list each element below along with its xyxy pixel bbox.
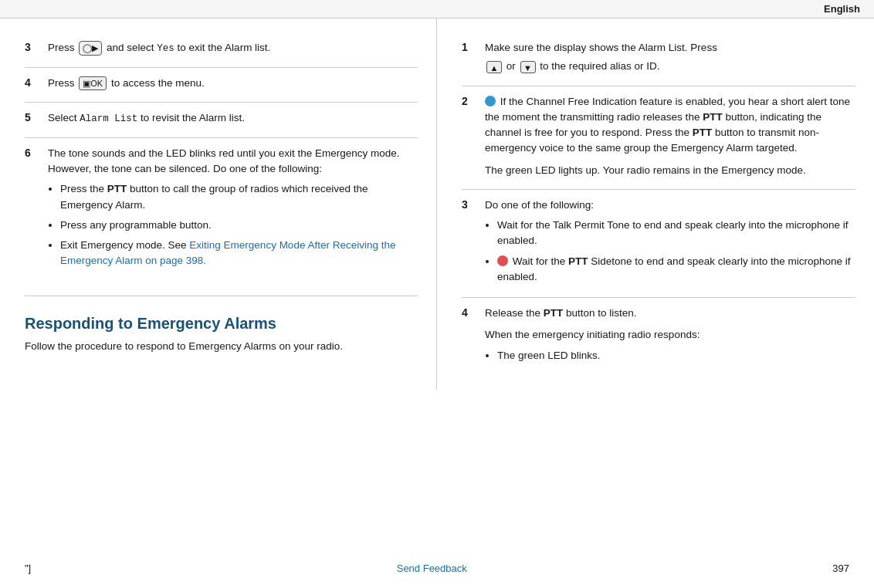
step-6-bullet-2: Press any programmable button. <box>60 218 418 233</box>
step-6-bullet-1: Press the PTT button to call the group o… <box>60 181 418 213</box>
right-step-3-bullet-2: Wait for the PTT Sidetone to end and spe… <box>497 254 855 286</box>
right-step-3-bullets: Wait for the Talk Permit Tone to end and… <box>497 218 855 285</box>
right-step-3-row: 3 Do one of the following: Wait for the … <box>462 190 855 298</box>
right-step-4-bullets: The green LED blinks. <box>497 348 855 363</box>
step-6-number: 6 <box>25 147 42 159</box>
step-6-bullet-3: Exit Emergency mode. See Exiting Emergen… <box>60 238 418 269</box>
page-number: 397 <box>832 563 849 574</box>
step-6-row: 6 The tone sounds and the LED blinks red… <box>25 138 418 282</box>
right-step-4-bullet-1: The green LED blinks. <box>497 348 855 363</box>
ptt-sidetone-indicator-icon <box>497 255 508 266</box>
top-bar: English <box>0 0 874 19</box>
step-5-row: 5 Select Alarm List to revisit the Alarm… <box>25 103 418 138</box>
right-step-1-number: 1 <box>462 41 479 53</box>
section-intro: Follow the procedure to respond to Emerg… <box>25 339 418 354</box>
responding-section: Responding to Emergency Alarms Follow th… <box>25 296 418 354</box>
step-4-number: 4 <box>25 76 42 89</box>
right-step-2-row: 2 If the Channel Free Indication feature… <box>462 86 855 190</box>
send-feedback-link[interactable]: Send Feedback <box>397 563 467 574</box>
arrow-up-icon: ▲ <box>486 61 502 73</box>
step-3-row: 3 Press ◯▶ and select Yes to exit the Al… <box>25 32 418 68</box>
step-4-content: Press ▣OK to access the menu. <box>48 76 418 94</box>
right-step-1-content: Make sure the display shows the Alarm Li… <box>485 40 855 78</box>
step-3-content: Press ◯▶ and select Yes to exit the Alar… <box>48 40 418 59</box>
left-column: 3 Press ◯▶ and select Yes to exit the Al… <box>0 19 437 390</box>
step-6-content: The tone sounds and the LED blinks red u… <box>48 146 418 274</box>
exiting-emergency-link[interactable]: Exiting Emergency Mode After Receiving t… <box>60 239 395 266</box>
right-step-2-number: 2 <box>462 95 479 107</box>
footer: "]Send Feedback 397 <box>0 563 874 574</box>
step-6-bullets: Press the PTT button to call the group o… <box>60 181 418 269</box>
language-label: English <box>824 3 860 15</box>
step-3-number: 3 <box>25 41 42 53</box>
step-5-content: Select Alarm List to revisit the Alarm l… <box>48 110 418 130</box>
right-step-2-content: If the Channel Free Indication feature i… <box>485 94 855 181</box>
step-5-number: 5 <box>25 111 42 123</box>
right-step-3-number: 3 <box>462 198 479 211</box>
step-4-row: 4 Press ▣OK to access the menu. <box>25 68 418 103</box>
right-step-4-row: 4 Release the PTT button to listen. When… <box>462 298 855 376</box>
right-step-3-bullet-1: Wait for the Talk Permit Tone to end and… <box>497 218 855 249</box>
right-step-3-content: Do one of the following: Wait for the Ta… <box>485 198 855 289</box>
right-step-4-number: 4 <box>462 306 479 319</box>
right-column: 1 Make sure the display shows the Alarm … <box>437 19 874 390</box>
section-title: Responding to Emergency Alarms <box>25 315 418 333</box>
channel-free-indicator-icon <box>485 96 496 106</box>
menu-circle-icon: ◯▶ <box>79 41 102 56</box>
arrow-down-icon: ▼ <box>520 61 536 73</box>
right-step-4-content: Release the PTT button to listen. When t… <box>485 306 855 368</box>
right-step-1-row: 1 Make sure the display shows the Alarm … <box>462 32 855 86</box>
ok-button-icon: ▣OK <box>79 76 107 91</box>
